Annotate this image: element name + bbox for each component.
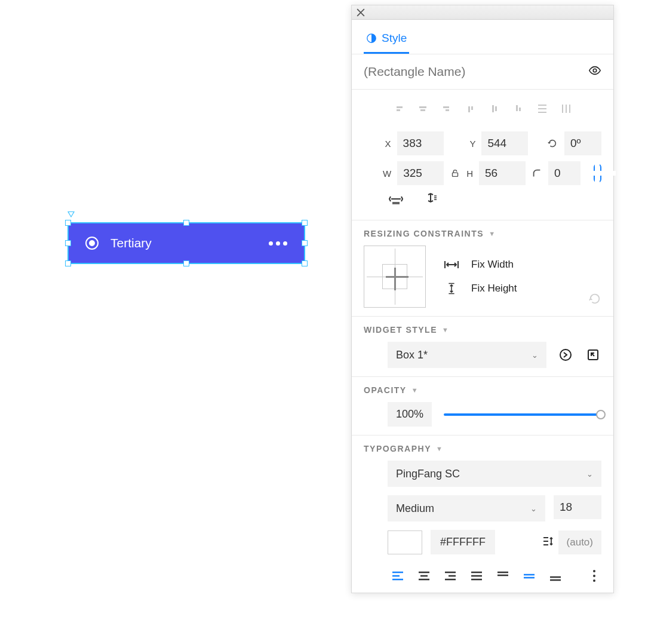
distribute-h-icon[interactable] — [532, 100, 552, 117]
resize-handle[interactable] — [183, 220, 189, 226]
resize-handle[interactable] — [302, 260, 308, 266]
element-name-input[interactable] — [364, 65, 588, 79]
tab-style[interactable]: Style — [364, 28, 409, 54]
text-valign-middle-icon[interactable] — [519, 568, 539, 584]
opacity-slider[interactable] — [444, 413, 601, 416]
constraints-section: RESIZING CONSTRAINTS▼ Fix Width Fix Heig… — [352, 220, 613, 317]
canvas[interactable]: Tertiary — [0, 0, 351, 644]
widget-style-section: WIDGET STYLE▼ Box 1* ⌄ — [352, 317, 613, 377]
opacity-section: OPACITY▼ 100% — [352, 377, 613, 436]
selected-widget[interactable]: Tertiary — [67, 222, 305, 264]
x-label: X — [383, 139, 391, 149]
y-input[interactable] — [481, 131, 528, 155]
text-valign-top-icon[interactable] — [493, 568, 513, 584]
constraint-diagram[interactable] — [364, 246, 426, 308]
align-bottom-icon[interactable] — [508, 100, 529, 117]
svg-point-1 — [593, 69, 597, 72]
svg-point-3 — [560, 349, 571, 360]
more-icon — [269, 241, 287, 246]
style-icon — [366, 33, 377, 44]
opacity-header[interactable]: OPACITY▼ — [364, 385, 601, 395]
lock-aspect-icon[interactable] — [450, 168, 460, 179]
rotate-icon[interactable] — [546, 138, 558, 149]
chevron-down-icon: ⌄ — [532, 351, 538, 360]
text-color-swatch[interactable] — [388, 530, 422, 554]
text-align-center-icon[interactable] — [414, 568, 434, 584]
visibility-icon[interactable] — [588, 64, 601, 79]
radio-icon — [85, 237, 99, 250]
resize-handle[interactable] — [65, 240, 71, 246]
resize-handle[interactable] — [65, 260, 71, 266]
height-input[interactable] — [479, 161, 526, 185]
fix-width-toggle[interactable]: Fix Width — [444, 259, 517, 271]
typography-section: TYPOGRAPHY▼ PingFang SC ⌄ Medium ⌄ #FFFF… — [352, 436, 613, 593]
align-hcenter-icon[interactable] — [413, 100, 433, 117]
more-options-icon[interactable] — [593, 570, 595, 582]
close-icon[interactable] — [357, 8, 365, 17]
resize-handle[interactable] — [302, 240, 308, 246]
widget-style-select[interactable]: Box 1* ⌄ — [388, 342, 546, 368]
text-color-hex[interactable]: #FFFFFF — [431, 530, 495, 554]
detach-style-icon[interactable] — [585, 346, 601, 363]
align-right-icon[interactable] — [437, 100, 457, 117]
apply-style-icon[interactable] — [557, 346, 574, 363]
caret-down-icon: ▼ — [489, 230, 496, 237]
font-weight-select[interactable]: Medium ⌄ — [388, 495, 545, 522]
alignment-row — [364, 98, 601, 125]
corner-radius-icon — [532, 168, 542, 179]
caret-down-icon: ▼ — [436, 445, 443, 452]
y-label: Y — [468, 139, 476, 149]
fit-content-button[interactable] — [594, 164, 601, 183]
typography-header[interactable]: TYPOGRAPHY▼ — [364, 444, 601, 453]
widget-style-header[interactable]: WIDGET STYLE▼ — [364, 325, 601, 335]
w-label: W — [383, 168, 391, 179]
caret-down-icon: ▼ — [411, 387, 419, 394]
auto-height-icon[interactable] — [423, 192, 438, 208]
constraints-header[interactable]: RESIZING CONSTRAINTS▼ — [364, 229, 601, 238]
caret-down-icon: ▼ — [442, 326, 449, 333]
panel-titlebar[interactable] — [352, 5, 613, 20]
chevron-down-icon: ⌄ — [586, 470, 593, 479]
line-height-icon — [542, 535, 554, 550]
chevron-down-icon: ⌄ — [530, 504, 537, 513]
auto-width-icon[interactable] — [389, 192, 403, 208]
fix-height-toggle[interactable]: Fix Height — [444, 283, 517, 295]
inspector-panel: Style X Y W — [351, 5, 614, 593]
rotation-input[interactable] — [564, 131, 601, 155]
element-name-row — [352, 54, 613, 90]
text-valign-bottom-icon[interactable] — [545, 568, 566, 584]
tab-style-label: Style — [382, 32, 407, 45]
resize-handle[interactable] — [183, 260, 189, 266]
resize-handle[interactable] — [302, 220, 308, 226]
slider-thumb[interactable] — [596, 410, 606, 419]
opacity-value[interactable]: 100% — [388, 402, 432, 427]
font-size-input[interactable] — [554, 495, 601, 519]
font-family-select[interactable]: PingFang SC ⌄ — [388, 461, 601, 487]
text-align-justify-icon[interactable] — [466, 568, 487, 584]
text-align-right-icon[interactable] — [440, 568, 460, 584]
resize-handle[interactable] — [65, 220, 71, 226]
text-align-left-icon[interactable] — [388, 568, 408, 584]
align-left-icon[interactable] — [389, 100, 409, 117]
width-input[interactable] — [397, 161, 444, 185]
tabs: Style — [352, 20, 613, 54]
reset-constraints-icon[interactable] — [588, 292, 601, 308]
radius-input[interactable] — [548, 161, 580, 185]
line-height-input[interactable]: (auto) — [558, 530, 601, 554]
distribute-v-icon[interactable] — [556, 100, 576, 117]
geometry-section: X Y W H — [352, 90, 613, 220]
h-label: H — [466, 168, 473, 179]
x-input[interactable] — [397, 131, 444, 155]
align-vcenter-icon[interactable] — [484, 100, 505, 117]
svg-rect-2 — [453, 173, 458, 176]
align-top-icon[interactable] — [460, 100, 481, 117]
collapse-marker-icon[interactable] — [67, 211, 75, 217]
widget-label: Tertiary — [110, 236, 269, 250]
